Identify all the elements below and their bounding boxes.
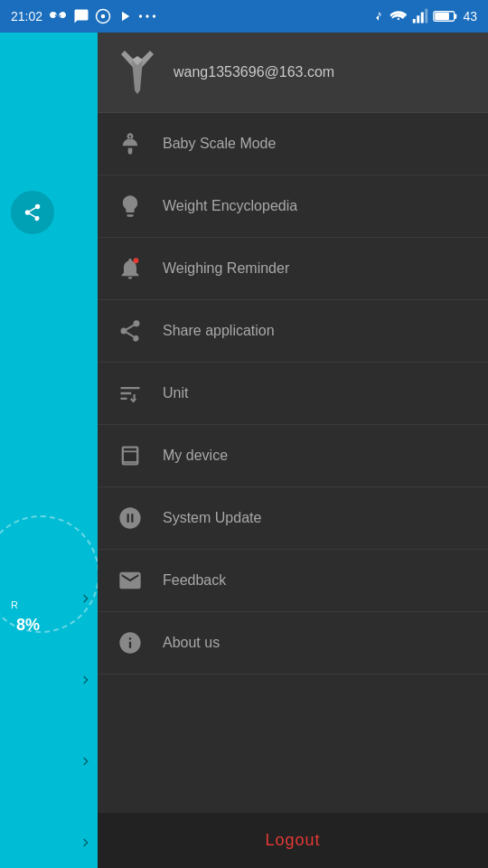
my-device-label: My device <box>163 448 228 464</box>
chevron-row-4[interactable] <box>65 835 92 850</box>
main-layout: R 8% <box>0 33 488 868</box>
panel-label: R <box>11 599 18 610</box>
logout-button[interactable]: Logout <box>265 831 320 850</box>
time-display: 21:02 <box>11 9 42 24</box>
svg-rect-12 <box>436 13 450 20</box>
chevron-right-icon-3 <box>78 754 92 769</box>
menu-item-system-update[interactable]: System Update <box>98 487 488 550</box>
status-right: 43 <box>372 7 477 25</box>
chevron-row-2[interactable] <box>65 673 92 687</box>
menu-item-weight-encyclopedia[interactable]: Weight Encyclopedia <box>98 175 488 238</box>
battery-level: 43 <box>463 9 477 24</box>
share-icon-left <box>23 203 42 222</box>
menu-item-weighing-reminder[interactable]: Weighing Reminder <box>98 238 488 300</box>
more-icon <box>138 8 156 24</box>
baby-scale-icon <box>116 129 145 158</box>
share-button[interactable] <box>11 191 54 234</box>
chevron-right-icon-2 <box>78 673 92 687</box>
svg-point-4 <box>153 14 155 17</box>
unit-icon <box>116 379 145 408</box>
share-app-icon <box>116 316 145 345</box>
share-application-label: Share application <box>163 323 275 339</box>
system-update-label: System Update <box>163 510 261 526</box>
unit-label: Unit <box>163 385 188 401</box>
chevron-row-3[interactable] <box>65 754 92 769</box>
device-icon <box>116 441 145 470</box>
status-bar: 21:02 <box>0 0 488 33</box>
play-icon <box>117 8 133 24</box>
chevron-row-1[interactable] <box>65 591 92 606</box>
bulb-icon <box>116 192 145 221</box>
signal-icon <box>95 8 111 24</box>
info-icon <box>116 628 145 657</box>
battery-icon <box>433 10 458 23</box>
svg-point-5 <box>398 18 399 20</box>
svg-point-14 <box>134 258 139 263</box>
weight-encyclopedia-label: Weight Encyclopedia <box>163 198 297 214</box>
user-email: wang1353696@163.com <box>174 62 334 82</box>
update-icon <box>116 504 145 533</box>
left-panel: R 8% <box>0 33 98 868</box>
feedback-icon <box>116 566 145 595</box>
signal-bars-icon <box>412 8 428 24</box>
svg-rect-11 <box>455 14 457 18</box>
svg-rect-6 <box>413 19 416 24</box>
alarm-icon <box>116 254 145 283</box>
wifi-icon <box>389 8 408 24</box>
drawer-header: wang1353696@163.com <box>98 33 488 113</box>
menu-item-unit[interactable]: Unit <box>98 363 488 425</box>
about-us-label: About us <box>163 635 220 651</box>
panel-percent: 8% <box>16 616 40 635</box>
circle-decoration <box>0 515 98 633</box>
svg-rect-9 <box>426 9 428 24</box>
chevron-right-icon-1 <box>78 591 92 606</box>
drawer-logo <box>116 45 159 99</box>
menu-item-feedback[interactable]: Feedback <box>98 550 488 612</box>
menu-item-my-device[interactable]: My device <box>98 425 488 487</box>
status-left: 21:02 <box>11 8 156 24</box>
app-logo-icon <box>117 47 157 98</box>
svg-point-2 <box>139 14 142 17</box>
chevron-right-icon-4 <box>78 835 92 850</box>
svg-rect-7 <box>418 15 420 23</box>
drawer: wang1353696@163.com Baby Scale Mode <box>98 33 488 868</box>
logout-bar: Logout <box>98 813 488 868</box>
baby-scale-label: Baby Scale Mode <box>163 136 276 152</box>
infinity-icon <box>48 10 68 23</box>
svg-rect-8 <box>421 13 424 24</box>
menu-item-baby-scale-mode[interactable]: Baby Scale Mode <box>98 113 488 175</box>
bluetooth-icon <box>372 7 385 25</box>
svg-point-1 <box>101 14 106 19</box>
weighing-reminder-label: Weighing Reminder <box>163 260 289 277</box>
menu-item-share-application[interactable]: Share application <box>98 300 488 363</box>
chat-icon <box>73 8 89 24</box>
svg-point-3 <box>145 14 148 17</box>
menu-item-about-us[interactable]: About us <box>98 612 488 675</box>
drawer-menu: Baby Scale Mode Weight Encyclopedia <box>98 113 488 813</box>
feedback-label: Feedback <box>163 572 226 589</box>
